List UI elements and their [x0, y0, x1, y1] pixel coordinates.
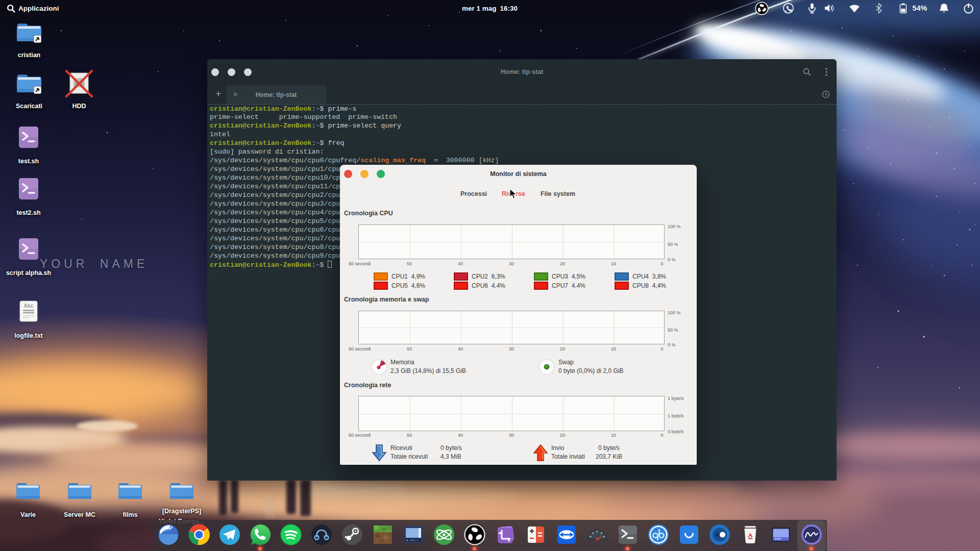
svg-text:Abc: Abc — [24, 303, 34, 309]
